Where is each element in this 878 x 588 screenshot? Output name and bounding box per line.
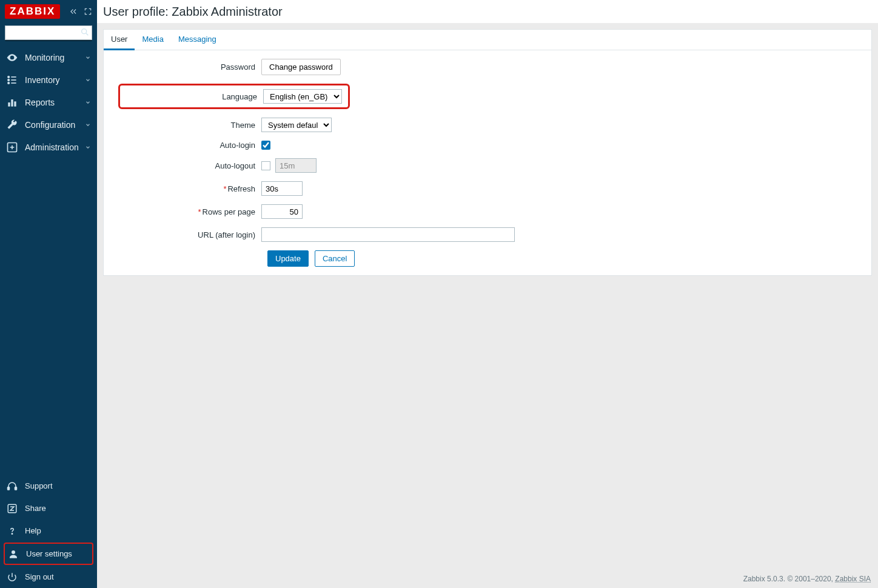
sidebar-item-label: Share	[25, 504, 91, 513]
svg-point-1	[11, 56, 13, 58]
sidebar-item-support[interactable]: Support	[0, 475, 97, 497]
svg-point-4	[8, 82, 9, 84]
svg-point-3	[8, 79, 9, 81]
sidebar-item-label: Administration	[25, 142, 85, 152]
sidebar: ZABBIX Monitoring Inventory	[0, 0, 97, 588]
tab-user[interactable]: User	[104, 30, 135, 50]
sidebar-item-user-settings[interactable]: User settings	[4, 543, 93, 565]
chevron-down-icon	[85, 55, 91, 61]
rows-input[interactable]	[261, 204, 303, 219]
sidebar-item-label: Monitoring	[25, 53, 85, 62]
sidebar-item-monitoring[interactable]: Monitoring	[0, 46, 97, 68]
sidebar-bottom: Support Share Help User settings Sign ou…	[0, 475, 97, 588]
sidebar-item-label: User settings	[26, 549, 90, 558]
url-label: URL (after login)	[112, 230, 261, 239]
question-icon	[6, 525, 18, 537]
rows-label: *Rows per page	[112, 207, 261, 216]
headset-icon	[6, 480, 18, 492]
sidebar-item-administration[interactable]: Administration	[0, 136, 97, 158]
sidebar-search	[0, 23, 97, 46]
svg-rect-7	[14, 101, 16, 106]
sidebar-item-share[interactable]: Share	[0, 497, 97, 520]
autologout-label: Auto-logout	[112, 161, 261, 170]
tab-messaging[interactable]: Messaging	[171, 30, 224, 50]
theme-label: Theme	[112, 121, 261, 130]
theme-select[interactable]: System default	[261, 118, 332, 132]
main: User profile: Zabbix Administrator User …	[97, 0, 878, 588]
page-header: User profile: Zabbix Administrator	[97, 0, 878, 23]
autologout-input	[275, 158, 317, 173]
sidebar-nav: Monitoring Inventory Reports Configurati…	[0, 46, 97, 158]
tab-media[interactable]: Media	[135, 30, 170, 50]
sidebar-item-inventory[interactable]: Inventory	[0, 68, 97, 91]
svg-rect-10	[15, 487, 17, 490]
brand-logo[interactable]: ZABBIX	[5, 4, 60, 19]
sidebar-item-label: Sign out	[25, 572, 91, 581]
sidebar-item-label: Configuration	[25, 120, 85, 130]
language-select[interactable]: English (en_GB)	[263, 89, 342, 104]
footer: Zabbix 5.0.3. © 2001–2020, Zabbix SIA	[97, 571, 878, 588]
list-icon	[6, 74, 18, 86]
language-highlight: Language English (en_GB)	[118, 84, 350, 109]
change-password-button[interactable]: Change password	[261, 59, 341, 75]
url-input[interactable]	[261, 227, 515, 242]
svg-rect-9	[8, 487, 10, 490]
refresh-label: *Refresh	[112, 184, 261, 193]
autologin-checkbox[interactable]	[261, 141, 270, 150]
tabs: User Media Messaging	[104, 30, 871, 50]
gear-icon	[6, 141, 18, 153]
password-label: Password	[112, 62, 261, 72]
collapse-sidebar-icon[interactable]	[69, 7, 78, 16]
svg-rect-5	[8, 102, 10, 107]
svg-point-0	[82, 29, 87, 34]
update-button[interactable]: Update	[267, 250, 309, 267]
autologin-label: Auto-login	[112, 141, 261, 150]
sidebar-item-sign-out[interactable]: Sign out	[0, 566, 97, 588]
chevron-down-icon	[85, 144, 91, 150]
chevron-down-icon	[85, 99, 91, 105]
footer-text: Zabbix 5.0.3. © 2001–2020,	[743, 575, 836, 583]
sidebar-item-label: Help	[25, 526, 91, 535]
svg-point-2	[8, 76, 9, 78]
search-input[interactable]	[5, 25, 92, 40]
sidebar-item-label: Inventory	[25, 75, 85, 85]
sidebar-item-reports[interactable]: Reports	[0, 91, 97, 113]
chevron-down-icon	[85, 122, 91, 128]
sidebar-item-label: Support	[25, 481, 91, 490]
user-form: Password Change password Language Englis…	[104, 50, 871, 275]
wrench-icon	[6, 119, 18, 131]
sidebar-item-configuration[interactable]: Configuration	[0, 113, 97, 136]
form-panel: User Media Messaging Password Change pas…	[103, 29, 872, 276]
autologout-checkbox[interactable]	[261, 161, 270, 170]
svg-rect-6	[11, 99, 13, 107]
sidebar-item-help[interactable]: Help	[0, 520, 97, 542]
power-icon	[6, 571, 18, 583]
cancel-button[interactable]: Cancel	[315, 250, 355, 267]
svg-point-13	[12, 550, 15, 554]
footer-link[interactable]: Zabbix SIA	[835, 575, 871, 583]
search-icon[interactable]	[80, 27, 90, 37]
page-title: User profile: Zabbix Administrator	[103, 5, 283, 19]
sidebar-top: ZABBIX	[0, 0, 97, 23]
sidebar-item-label: Reports	[25, 98, 85, 107]
chevron-down-icon	[85, 77, 91, 83]
language-label: Language	[126, 92, 263, 101]
user-icon	[7, 548, 19, 560]
svg-point-12	[12, 533, 13, 534]
z-icon	[6, 503, 18, 515]
bar-chart-icon	[6, 96, 18, 109]
refresh-input[interactable]	[261, 181, 303, 196]
eye-icon	[6, 52, 18, 64]
fullscreen-icon[interactable]	[84, 7, 92, 16]
